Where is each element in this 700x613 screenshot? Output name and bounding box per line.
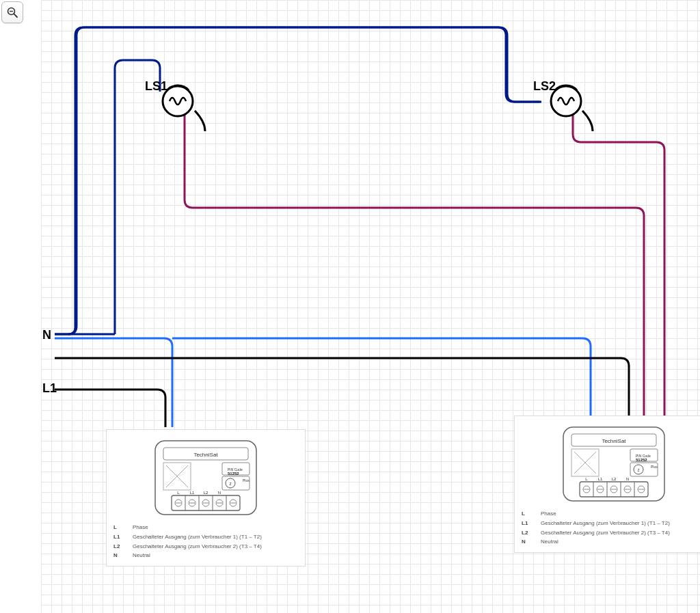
svg-text:51252: 51252 <box>228 472 239 476</box>
toolbar <box>1 1 23 23</box>
svg-text:L2: L2 <box>612 477 617 481</box>
svg-text:51252: 51252 <box>636 458 647 462</box>
device-right: TechniSat Z Plus PIN Code 51252 L L1 L2 … <box>514 416 700 553</box>
svg-text:TechniSat: TechniSat <box>602 438 626 444</box>
label-ls1: LS1 <box>145 79 167 94</box>
legend-row: L Phase <box>522 510 700 518</box>
device-right-legend: L Phase L1 Geschalteter Ausgang (zum Ver… <box>522 510 700 546</box>
label-l1: L1 <box>42 381 57 396</box>
legend-row: N Neutral <box>522 539 700 546</box>
zoom-tool-button[interactable] <box>1 1 23 23</box>
device-left: TechniSat Z Plus PIN Code 51252 L L1 L2 … <box>106 429 306 567</box>
device-module-icon: TechniSat Z Plus PIN Code 51252 L L1 L2 … <box>151 437 260 519</box>
legend-row: L2 Geschalteter Ausgang (zum Verbraucher… <box>522 530 700 537</box>
svg-text:L1: L1 <box>598 477 603 481</box>
svg-text:L1: L1 <box>190 491 195 495</box>
device-left-legend: L Phase L1 Geschalteter Ausgang (zum Ver… <box>113 524 298 560</box>
svg-text:Z: Z <box>637 468 639 472</box>
legend-row: N Neutral <box>113 552 298 560</box>
device-module-icon: TechniSat Z Plus PIN Code 51252 L L1 L2 … <box>559 423 669 505</box>
legend-row: L1 Geschalteter Ausgang (zum Verbraucher… <box>522 520 700 528</box>
legend-row: L Phase <box>113 524 298 532</box>
svg-text:L2: L2 <box>204 491 208 495</box>
svg-text:N: N <box>626 477 629 481</box>
magnifier-icon <box>6 6 18 18</box>
svg-text:Plus: Plus <box>651 465 658 469</box>
legend-row: L2 Geschalteter Ausgang (zum Verbraucher… <box>113 543 298 551</box>
svg-text:Plus: Plus <box>243 478 250 482</box>
label-ls2: LS2 <box>533 79 556 94</box>
svg-text:N: N <box>218 491 221 495</box>
brand-text: TechniSat <box>193 452 218 458</box>
svg-line-1 <box>14 14 17 17</box>
legend-row: L1 Geschalteter Ausgang (zum Verbraucher… <box>113 534 298 541</box>
svg-text:Z: Z <box>229 482 231 486</box>
ruler-left <box>0 0 42 613</box>
label-n: N <box>42 328 51 342</box>
